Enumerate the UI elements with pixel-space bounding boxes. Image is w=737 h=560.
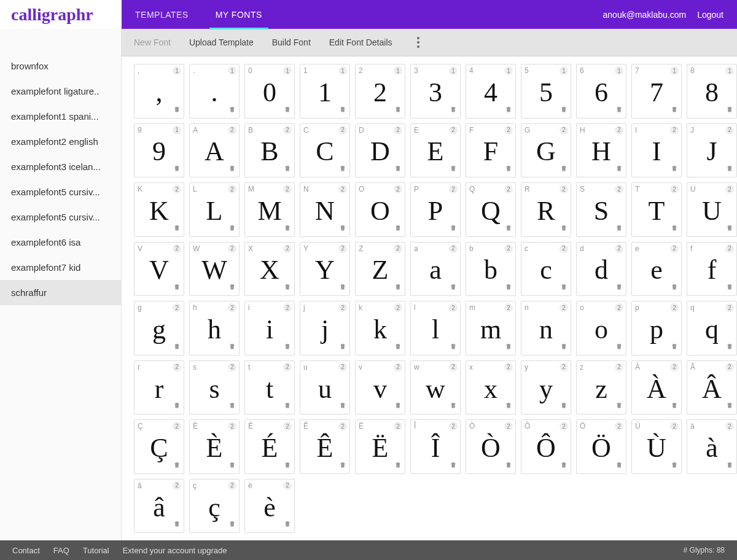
trash-icon[interactable] [615,342,623,353]
glyph-cell[interactable]: h2h [189,301,240,356]
trash-icon[interactable] [726,105,733,116]
sidebar-font-item[interactable]: examplefont ligature.. [0,79,121,104]
trash-icon[interactable] [228,401,236,412]
trash-icon[interactable] [339,164,346,175]
trash-icon[interactable] [394,401,402,412]
glyph-cell[interactable]: H2H [576,123,626,178]
glyph-cell[interactable]: p2p [631,301,682,356]
trash-icon[interactable] [284,282,291,294]
glyph-cell[interactable]: b2b [466,242,516,297]
trash-icon[interactable] [394,105,402,116]
glyph-cell[interactable]: d2d [576,242,626,297]
glyph-cell[interactable]: É2É [244,419,295,474]
trash-icon[interactable] [505,224,512,235]
sidebar-font-item[interactable]: examplefont2 english [0,129,121,154]
sidebar-font-item[interactable]: examplefont7 kid [0,255,121,280]
trash-icon[interactable] [394,282,402,294]
trash-icon[interactable] [615,224,623,235]
glyph-cell[interactable]: L2L [189,182,240,237]
glyph-cell[interactable]: G2G [521,123,571,178]
footer-link[interactable]: Contact [12,546,40,555]
trash-icon[interactable] [671,401,678,412]
trash-icon[interactable] [726,401,733,412]
trash-icon[interactable] [284,342,291,353]
trash-icon[interactable] [339,282,346,294]
glyph-cell[interactable]: X2X [244,242,295,297]
glyph-cell[interactable]: N2N [300,182,350,237]
trash-icon[interactable] [450,224,457,235]
edit-font-details-button[interactable]: Edit Font Details [329,37,392,47]
glyph-cell[interactable]: i2i [244,301,295,356]
trash-icon[interactable] [726,282,733,294]
trash-icon[interactable] [560,105,567,116]
new-font-button[interactable]: New Font [134,37,171,47]
trash-icon[interactable] [671,105,678,116]
nav-tab-templates[interactable]: TEMPLATES [122,0,202,29]
trash-icon[interactable] [560,461,567,472]
logout-link[interactable]: Logout [697,10,723,20]
glyph-cell[interactable]: f2f [687,242,737,297]
glyph-cell[interactable]: D2D [355,123,405,178]
glyph-cell[interactable]: o2o [576,301,626,356]
trash-icon[interactable] [284,105,291,116]
footer-link[interactable]: Tutorial [83,546,109,555]
glyph-cell[interactable]: j2j [300,301,350,356]
glyph-cell[interactable]: B2B [244,123,295,178]
glyph-cell[interactable]: Ê2Ê [300,419,350,474]
glyph-cell[interactable]: Â2Â [687,360,737,415]
trash-icon[interactable] [615,461,623,472]
trash-icon[interactable] [284,224,291,235]
trash-icon[interactable] [726,461,733,472]
glyph-cell[interactable]: z2z [576,360,626,415]
glyph-cell[interactable]: 212 [355,64,405,119]
trash-icon[interactable] [394,342,402,353]
trash-icon[interactable] [339,342,346,353]
trash-icon[interactable] [394,461,402,472]
glyph-cell[interactable]: À2À [631,360,682,415]
glyph-cell[interactable]: A2A [189,123,240,178]
trash-icon[interactable] [560,224,567,235]
trash-icon[interactable] [339,105,346,116]
trash-icon[interactable] [173,401,181,412]
trash-icon[interactable] [560,164,567,175]
trash-icon[interactable] [228,461,236,472]
trash-icon[interactable] [228,164,236,175]
trash-icon[interactable] [228,342,236,353]
nav-tab-my-fonts[interactable]: MY FONTS [202,0,276,29]
trash-icon[interactable] [173,342,181,353]
trash-icon[interactable] [726,342,733,353]
trash-icon[interactable] [671,342,678,353]
glyph-cell[interactable]: l2l [410,301,461,356]
glyph-cell[interactable]: q2q [687,301,737,356]
glyph-cell[interactable]: Ù2Ù [631,419,682,474]
glyph-cell[interactable]: Ô2Ô [521,419,571,474]
glyph-cell[interactable]: È2È [189,419,240,474]
trash-icon[interactable] [450,342,457,353]
glyph-cell[interactable]: c2c [521,242,571,297]
glyph-cell[interactable]: 717 [631,64,682,119]
trash-icon[interactable] [505,401,512,412]
glyph-cell[interactable]: .1. [189,64,240,119]
trash-icon[interactable] [228,519,236,531]
glyph-cell[interactable]: ,1, [134,64,184,119]
trash-icon[interactable] [671,461,678,472]
glyph-cell[interactable]: R2R [521,182,571,237]
trash-icon[interactable] [505,461,512,472]
trash-icon[interactable] [726,164,733,175]
trash-icon[interactable] [615,401,623,412]
glyph-cell[interactable]: 111 [300,64,350,119]
sidebar-font-item[interactable]: schraffur [0,280,121,305]
glyph-cell[interactable]: s2s [189,360,240,415]
trash-icon[interactable] [228,224,236,235]
glyph-cell[interactable]: P2P [410,182,461,237]
trash-icon[interactable] [450,164,457,175]
glyph-grid-wrap[interactable]: ,1,.1.010111212313414515616717818919A2AB… [122,56,737,540]
glyph-cell[interactable]: ç2ç [189,479,240,534]
glyph-cell[interactable]: U2U [687,182,737,237]
sidebar-font-item[interactable]: examplefont1 spani... [0,104,121,129]
glyph-cell[interactable]: e2e [631,242,682,297]
glyph-cell[interactable]: S2S [576,182,626,237]
trash-icon[interactable] [228,282,236,294]
glyph-cell[interactable]: Y2Y [300,242,350,297]
glyph-cell[interactable]: r2r [134,360,184,415]
